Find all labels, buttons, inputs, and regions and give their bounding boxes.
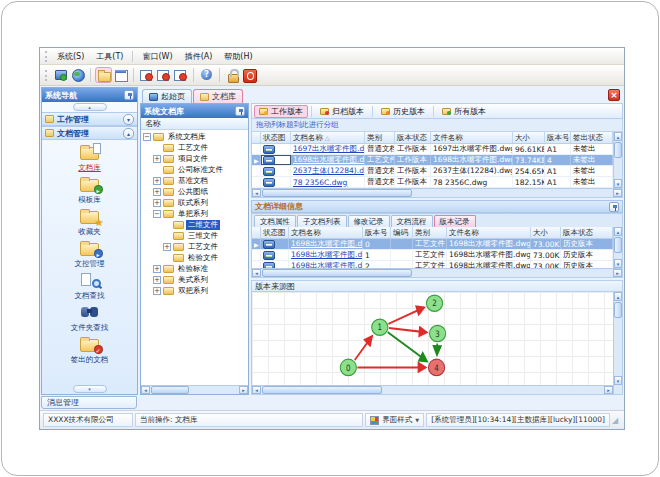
tree-node[interactable]: 检验文件: [141, 252, 248, 263]
detail-tab-1[interactable]: 文档属性: [254, 215, 296, 227]
version-filter-3[interactable]: 历史版本: [376, 105, 430, 118]
version-filter-4[interactable]: 所有版本: [437, 105, 491, 118]
tree-node[interactable]: +检验标准: [141, 263, 248, 274]
tree-toggle-icon[interactable]: +: [163, 243, 171, 251]
interface-style-selector[interactable]: 界面样式 ▼: [365, 413, 424, 427]
scroll-right-icon[interactable]: ▸: [613, 189, 622, 197]
sidebar-item-doc-control[interactable]: ▸文控管理: [42, 239, 137, 269]
lock-icon[interactable]: [225, 68, 240, 82]
tree-toggle-icon[interactable]: +: [153, 199, 161, 207]
tree-toggle-icon[interactable]: +: [153, 287, 161, 295]
scroll-thumb[interactable]: [262, 386, 382, 394]
sidebar-item-template-library[interactable]: ▸模板库: [42, 175, 137, 205]
folder-view-icon[interactable]: [96, 68, 111, 82]
pin-icon[interactable]: [124, 90, 134, 100]
tree-node[interactable]: +公共图纸: [141, 186, 248, 197]
table-row[interactable]: 1697出水嘴零件图.dwg普通文档工作版本1697出水嘴零件图.dwg96.6…: [252, 144, 613, 155]
sidebar-group-work[interactable]: 工作管理▾: [42, 112, 137, 126]
tree-toggle-icon[interactable]: −: [143, 133, 151, 141]
chevron-down-icon[interactable]: ▾: [123, 114, 134, 125]
scroll-right-icon[interactable]: ▸: [604, 386, 613, 394]
tree-toggle-icon[interactable]: +: [153, 276, 161, 284]
column-header[interactable]: 大小: [513, 132, 545, 143]
scroll-up-icon[interactable]: ▴: [614, 227, 622, 236]
tree-hscrollbar[interactable]: ◂ ▸: [141, 385, 248, 394]
mail-window-icon-2[interactable]: [156, 68, 171, 82]
column-header[interactable]: 大小: [531, 227, 561, 238]
sidebar-scroll-up[interactable]: ▴: [42, 102, 137, 112]
tree-toggle-icon[interactable]: −: [153, 210, 161, 218]
tree-node[interactable]: +基准文档: [141, 175, 248, 186]
pin-icon[interactable]: [609, 202, 619, 212]
sidebar-item-folder-search[interactable]: 文件夹查找: [42, 303, 137, 333]
column-header[interactable]: 文档名称: [289, 227, 363, 238]
tree-node[interactable]: 二维文件: [141, 219, 248, 230]
column-header[interactable]: 编码: [391, 227, 413, 238]
tree-node[interactable]: 三维文件: [141, 230, 248, 241]
table-hscrollbar[interactable]: ◂▸: [252, 268, 622, 277]
scroll-left-icon[interactable]: ◂: [252, 189, 261, 197]
tree-node[interactable]: +工艺文件: [141, 241, 248, 252]
table-vscrollbar[interactable]: ▴▾: [613, 132, 622, 188]
scroll-left-icon[interactable]: ◂: [252, 386, 261, 394]
menu-item-3[interactable]: 窗口(W): [136, 50, 178, 63]
version-node-1[interactable]: 1: [372, 319, 388, 335]
table-vscrollbar[interactable]: ▴▾: [613, 227, 622, 268]
scroll-thumb[interactable]: [262, 189, 412, 197]
table-row[interactable]: 2637主体(12284).dwg普通文档工作版本2637主体(12284).d…: [252, 166, 613, 177]
scroll-up-icon[interactable]: ▴: [614, 292, 622, 301]
menu-item-5[interactable]: 帮助(H): [218, 50, 258, 63]
column-header[interactable]: 版本号: [545, 132, 571, 143]
resize-grip-icon[interactable]: ◢: [612, 414, 621, 427]
tree-node[interactable]: +联式系列: [141, 197, 248, 208]
tree-column-header[interactable]: 名称: [141, 118, 248, 130]
column-header[interactable]: 版本号: [363, 227, 391, 238]
scroll-up-icon[interactable]: ▴: [614, 132, 622, 141]
table-row[interactable]: ▶1698出水嘴零件图.dwg0工艺文件1698出水嘴零件图.dwg73.00K…: [252, 239, 613, 250]
scroll-thumb[interactable]: [151, 386, 189, 394]
detail-tab-3[interactable]: 修改记录: [348, 215, 390, 227]
graph-hscrollbar[interactable]: ◂ ▸: [252, 385, 613, 394]
close-tab-button[interactable]: ×: [608, 89, 620, 101]
tree-node[interactable]: +项目文件: [141, 153, 248, 164]
version-node-3[interactable]: 3: [429, 325, 445, 341]
column-header[interactable]: 签出状态: [571, 132, 613, 143]
help-icon[interactable]: [199, 68, 214, 82]
tree-node[interactable]: 工艺文件: [141, 142, 248, 153]
scroll-right-icon[interactable]: ▸: [239, 386, 248, 394]
detail-tab-5[interactable]: 版本记录: [434, 215, 476, 227]
sidebar-scroll-down[interactable]: ▾: [42, 384, 137, 394]
column-header[interactable]: 文档名称△: [291, 132, 365, 143]
scroll-down-icon[interactable]: ▾: [614, 259, 622, 268]
graph-vscrollbar[interactable]: ▴ ▾: [613, 292, 622, 385]
tree-toggle-icon[interactable]: +: [153, 155, 161, 163]
sidebar-item-document-library[interactable]: 文档库: [42, 143, 137, 173]
menu-item-4[interactable]: 插件(A): [179, 50, 219, 63]
tree-node[interactable]: 公司标准文件: [141, 164, 248, 175]
column-header[interactable]: 状态图: [261, 227, 289, 238]
detail-tab-2[interactable]: 子文档列表: [297, 215, 347, 227]
tree-node[interactable]: −单把系列: [141, 208, 248, 219]
scroll-thumb[interactable]: [614, 302, 622, 318]
version-node-2[interactable]: 2: [426, 295, 442, 311]
table-row[interactable]: 1698出水嘴零件图.dwg2工艺文件1698出水嘴零件图.dwg73.00KB…: [252, 261, 613, 268]
version-node-4[interactable]: 4: [428, 359, 444, 375]
scroll-right-icon[interactable]: ▸: [613, 269, 622, 277]
mail-window-icon-1[interactable]: [139, 68, 154, 82]
tab-document-library[interactable]: 文档库: [193, 89, 243, 103]
scroll-thumb[interactable]: [614, 237, 622, 253]
remote-desktop-icon[interactable]: [53, 68, 68, 82]
version-filter-2[interactable]: 归档版本: [315, 105, 369, 118]
sidebar-group-documents[interactable]: 文档管理▴: [42, 126, 137, 140]
message-management-tab[interactable]: 消息管理: [41, 396, 137, 409]
scroll-left-icon[interactable]: ◂: [252, 269, 261, 277]
version-filter-1[interactable]: 工作版本: [254, 105, 308, 118]
network-icon[interactable]: [70, 68, 85, 82]
tree-toggle-icon[interactable]: +: [153, 177, 161, 185]
menu-item-1[interactable]: 系统(S): [51, 50, 90, 63]
column-header[interactable]: 状态图: [261, 132, 291, 143]
table-row[interactable]: 1698出水嘴零件图.dwg1工艺文件1698出水嘴零件图.dwg73.00KB…: [252, 250, 613, 261]
detail-tab-4[interactable]: 文档流程: [391, 215, 433, 227]
scroll-down-icon[interactable]: ▾: [614, 179, 622, 188]
tree-node[interactable]: +双把系列: [141, 285, 248, 296]
